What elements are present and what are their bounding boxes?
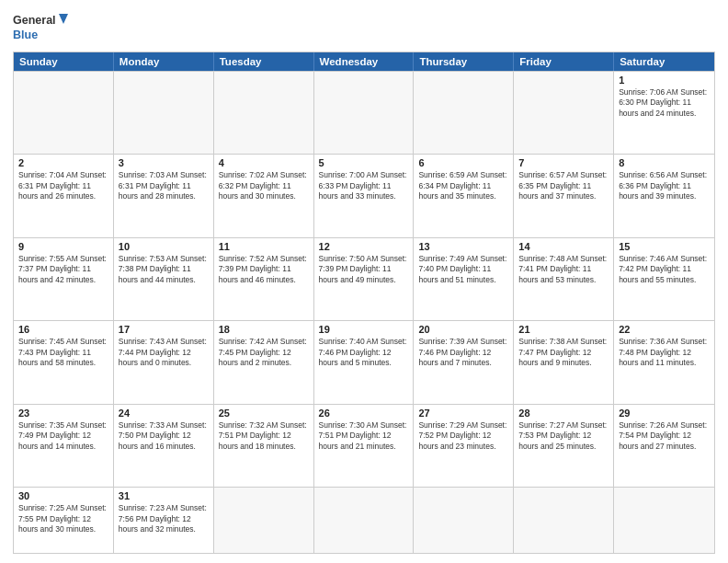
day-info: Sunrise: 7:35 AM Sunset: 7:49 PM Dayligh… [18, 420, 108, 452]
calendar-day-17: 17Sunrise: 7:43 AM Sunset: 7:44 PM Dayli… [114, 321, 214, 403]
day-info: Sunrise: 7:50 AM Sunset: 7:39 PM Dayligh… [319, 254, 409, 285]
calendar-day-16: 16Sunrise: 7:45 AM Sunset: 7:43 PM Dayli… [14, 321, 114, 403]
day-number: 14 [518, 241, 609, 252]
page: General Blue SundayMondayTuesdayWednesda… [0, 0, 728, 563]
calendar-day-empty [214, 72, 314, 154]
day-number: 25 [219, 408, 309, 419]
day-header-thursday: Thursday [414, 52, 514, 71]
calendar-day-19: 19Sunrise: 7:40 AM Sunset: 7:46 PM Dayli… [314, 321, 415, 403]
calendar-day-26: 26Sunrise: 7:30 AM Sunset: 7:51 PM Dayli… [314, 405, 415, 487]
calendar-day-28: 28Sunrise: 7:27 AM Sunset: 7:53 PM Dayli… [514, 405, 614, 487]
day-info: Sunrise: 6:56 AM Sunset: 6:36 PM Dayligh… [619, 170, 710, 201]
day-header-wednesday: Wednesday [314, 52, 415, 71]
calendar-body: 1Sunrise: 7:06 AM Sunset: 6:30 PM Daylig… [14, 71, 714, 553]
calendar-header-row: SundayMondayTuesdayWednesdayThursdayFrid… [14, 52, 714, 71]
svg-text:Blue: Blue [13, 29, 38, 41]
day-info: Sunrise: 7:26 AM Sunset: 7:54 PM Dayligh… [619, 420, 710, 452]
day-info: Sunrise: 7:45 AM Sunset: 7:43 PM Dayligh… [18, 337, 108, 368]
day-number: 19 [319, 324, 409, 335]
day-number: 31 [119, 490, 209, 501]
day-header-friday: Friday [514, 52, 614, 71]
calendar-day-empty [314, 72, 415, 154]
day-info: Sunrise: 7:40 AM Sunset: 7:46 PM Dayligh… [319, 337, 409, 368]
calendar-day-31: 31Sunrise: 7:23 AM Sunset: 7:56 PM Dayli… [114, 488, 214, 553]
calendar-day-22: 22Sunrise: 7:36 AM Sunset: 7:48 PM Dayli… [614, 321, 714, 403]
calendar-day-24: 24Sunrise: 7:33 AM Sunset: 7:50 PM Dayli… [114, 405, 214, 487]
header: General Blue [13, 9, 715, 46]
calendar-week-3: 9Sunrise: 7:55 AM Sunset: 7:37 PM Daylig… [14, 237, 714, 320]
calendar-day-20: 20Sunrise: 7:39 AM Sunset: 7:46 PM Dayli… [414, 321, 514, 403]
day-number: 13 [418, 241, 508, 252]
calendar-day-empty [414, 488, 514, 553]
day-info: Sunrise: 7:36 AM Sunset: 7:48 PM Dayligh… [619, 337, 710, 368]
calendar-day-12: 12Sunrise: 7:50 AM Sunset: 7:39 PM Dayli… [314, 238, 415, 320]
calendar-day-1: 1Sunrise: 7:06 AM Sunset: 6:30 PM Daylig… [614, 72, 714, 154]
calendar-day-10: 10Sunrise: 7:53 AM Sunset: 7:38 PM Dayli… [114, 238, 214, 320]
day-info: Sunrise: 7:27 AM Sunset: 7:53 PM Dayligh… [518, 420, 609, 452]
day-number: 24 [119, 408, 209, 419]
day-info: Sunrise: 6:57 AM Sunset: 6:35 PM Dayligh… [518, 170, 609, 201]
day-info: Sunrise: 7:49 AM Sunset: 7:40 PM Dayligh… [418, 254, 508, 285]
calendar-day-18: 18Sunrise: 7:42 AM Sunset: 7:45 PM Dayli… [214, 321, 314, 403]
day-number: 12 [319, 241, 409, 252]
calendar-day-25: 25Sunrise: 7:32 AM Sunset: 7:51 PM Dayli… [214, 405, 314, 487]
day-header-tuesday: Tuesday [214, 52, 314, 71]
day-info: Sunrise: 7:53 AM Sunset: 7:38 PM Dayligh… [119, 254, 209, 285]
day-number: 27 [418, 408, 508, 419]
calendar-week-5: 23Sunrise: 7:35 AM Sunset: 7:49 PM Dayli… [14, 404, 714, 487]
day-info: Sunrise: 7:43 AM Sunset: 7:44 PM Dayligh… [119, 337, 209, 368]
day-info: Sunrise: 7:30 AM Sunset: 7:51 PM Dayligh… [319, 420, 409, 452]
calendar-day-14: 14Sunrise: 7:48 AM Sunset: 7:41 PM Dayli… [514, 238, 614, 320]
calendar-day-empty [514, 488, 614, 553]
day-number: 4 [219, 157, 309, 168]
calendar-day-empty [614, 488, 714, 553]
day-number: 3 [119, 157, 209, 168]
day-header-saturday: Saturday [614, 52, 714, 71]
calendar-day-empty [14, 72, 114, 154]
day-number: 6 [418, 157, 508, 168]
calendar-day-8: 8Sunrise: 6:56 AM Sunset: 6:36 PM Daylig… [614, 155, 714, 236]
day-number: 1 [619, 75, 710, 86]
calendar-day-9: 9Sunrise: 7:55 AM Sunset: 7:37 PM Daylig… [14, 238, 114, 320]
calendar-day-3: 3Sunrise: 7:03 AM Sunset: 6:31 PM Daylig… [114, 155, 214, 236]
calendar: SundayMondayTuesdayWednesdayThursdayFrid… [13, 52, 715, 554]
day-info: Sunrise: 7:06 AM Sunset: 6:30 PM Dayligh… [619, 87, 710, 119]
day-info: Sunrise: 7:03 AM Sunset: 6:31 PM Dayligh… [119, 170, 209, 201]
calendar-day-29: 29Sunrise: 7:26 AM Sunset: 7:54 PM Dayli… [614, 405, 714, 487]
day-number: 15 [619, 241, 710, 252]
calendar-day-6: 6Sunrise: 6:59 AM Sunset: 6:34 PM Daylig… [414, 155, 514, 236]
day-info: Sunrise: 7:48 AM Sunset: 7:41 PM Dayligh… [518, 254, 609, 285]
day-number: 8 [619, 157, 710, 168]
day-info: Sunrise: 7:42 AM Sunset: 7:45 PM Dayligh… [219, 337, 309, 368]
day-number: 29 [619, 408, 710, 419]
calendar-day-21: 21Sunrise: 7:38 AM Sunset: 7:47 PM Dayli… [514, 321, 614, 403]
svg-text:General: General [13, 14, 56, 27]
day-number: 23 [18, 408, 108, 419]
day-info: Sunrise: 7:39 AM Sunset: 7:46 PM Dayligh… [418, 337, 508, 368]
svg-marker-2 [59, 14, 68, 24]
day-header-monday: Monday [114, 52, 214, 71]
day-info: Sunrise: 7:04 AM Sunset: 6:31 PM Dayligh… [18, 170, 108, 201]
generalblue-logo-icon: General Blue [13, 9, 68, 46]
day-number: 16 [18, 324, 108, 335]
day-number: 18 [219, 324, 309, 335]
day-header-sunday: Sunday [14, 52, 114, 71]
day-info: Sunrise: 7:29 AM Sunset: 7:52 PM Dayligh… [418, 420, 508, 452]
day-number: 11 [219, 241, 309, 252]
day-info: Sunrise: 7:23 AM Sunset: 7:56 PM Dayligh… [119, 503, 209, 534]
day-number: 9 [18, 241, 108, 252]
day-info: Sunrise: 7:25 AM Sunset: 7:55 PM Dayligh… [18, 503, 108, 534]
day-number: 22 [619, 324, 710, 335]
calendar-day-empty [514, 72, 614, 154]
calendar-day-13: 13Sunrise: 7:49 AM Sunset: 7:40 PM Dayli… [414, 238, 514, 320]
day-number: 30 [18, 490, 108, 501]
day-number: 26 [319, 408, 409, 419]
calendar-day-11: 11Sunrise: 7:52 AM Sunset: 7:39 PM Dayli… [214, 238, 314, 320]
calendar-day-30: 30Sunrise: 7:25 AM Sunset: 7:55 PM Dayli… [14, 488, 114, 553]
calendar-week-2: 2Sunrise: 7:04 AM Sunset: 6:31 PM Daylig… [14, 154, 714, 236]
calendar-day-empty [314, 488, 415, 553]
day-number: 10 [119, 241, 209, 252]
calendar-day-2: 2Sunrise: 7:04 AM Sunset: 6:31 PM Daylig… [14, 155, 114, 236]
day-number: 20 [418, 324, 508, 335]
day-number: 21 [518, 324, 609, 335]
